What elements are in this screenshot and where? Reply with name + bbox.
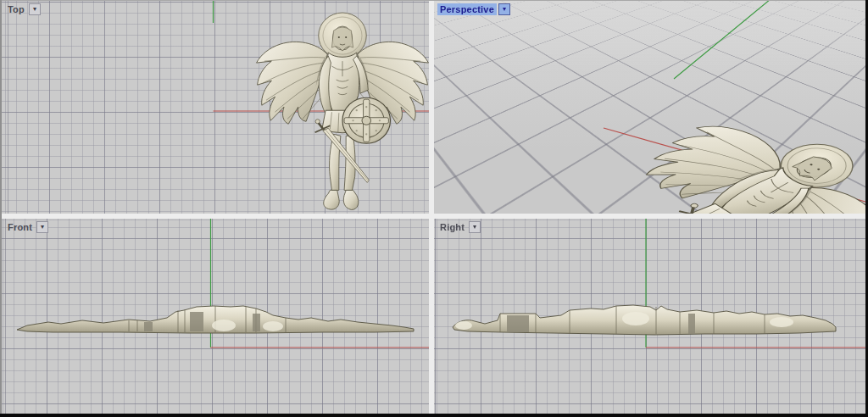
viewport-right[interactable]: Right ▾ <box>434 219 865 414</box>
viewport-front[interactable]: Front ▾ <box>2 219 429 414</box>
viewport-label-front[interactable]: Front <box>5 221 35 233</box>
viewport-label-right[interactable]: Right <box>437 221 467 233</box>
viewport-label-perspective[interactable]: Perspective <box>437 3 497 15</box>
viewport-splitter-vertical[interactable] <box>429 1 434 414</box>
viewport-quad-layout: Top ▾ Perspective ▾ <box>2 1 865 414</box>
model-perspective-view[interactable] <box>434 1 865 214</box>
viewport-menu-button-perspective[interactable]: ▾ <box>498 3 510 15</box>
model-right-view[interactable] <box>434 219 865 414</box>
viewport-top[interactable]: Top ▾ <box>2 1 429 214</box>
viewport-splitter-horizontal[interactable] <box>2 214 865 219</box>
chevron-down-icon: ▾ <box>33 6 36 13</box>
viewport-menu-button-top[interactable]: ▾ <box>29 3 41 15</box>
viewport-perspective[interactable]: Perspective ▾ <box>434 1 865 214</box>
model-front-view[interactable] <box>2 219 429 414</box>
viewport-label-top[interactable]: Top <box>5 3 27 15</box>
model-top-view[interactable] <box>2 1 429 214</box>
viewport-menu-button-right[interactable]: ▾ <box>469 221 481 233</box>
chevron-down-icon: ▾ <box>473 224 476 231</box>
viewport-menu-button-front[interactable]: ▾ <box>36 221 48 233</box>
window-border-bottom <box>0 414 868 417</box>
chevron-down-icon: ▾ <box>503 6 506 13</box>
chevron-down-icon: ▾ <box>41 224 44 231</box>
